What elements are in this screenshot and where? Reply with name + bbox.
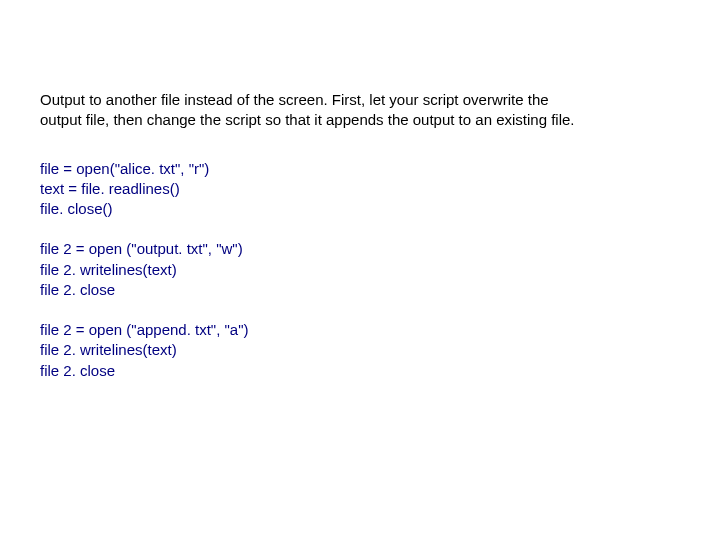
- code-line: file 2. close: [40, 361, 680, 381]
- code-line: file 2. close: [40, 280, 680, 300]
- instruction-paragraph: Output to another file instead of the sc…: [40, 90, 680, 131]
- code-block-append: file 2 = open ("append. txt", "a") file …: [40, 320, 680, 381]
- code-block-read: file = open("alice. txt", "r") text = fi…: [40, 159, 680, 220]
- code-line: file = open("alice. txt", "r"): [40, 159, 680, 179]
- code-line: file 2 = open ("output. txt", "w"): [40, 239, 680, 259]
- document-page: Output to another file instead of the sc…: [0, 0, 720, 381]
- code-line: file 2. writelines(text): [40, 260, 680, 280]
- code-block-write: file 2 = open ("output. txt", "w") file …: [40, 239, 680, 300]
- code-line: file. close(): [40, 199, 680, 219]
- code-line: file 2. writelines(text): [40, 340, 680, 360]
- instruction-line-1: Output to another file instead of the sc…: [40, 91, 549, 108]
- code-line: file 2 = open ("append. txt", "a"): [40, 320, 680, 340]
- instruction-line-2: output file, then change the script so t…: [40, 111, 575, 128]
- code-line: text = file. readlines(): [40, 179, 680, 199]
